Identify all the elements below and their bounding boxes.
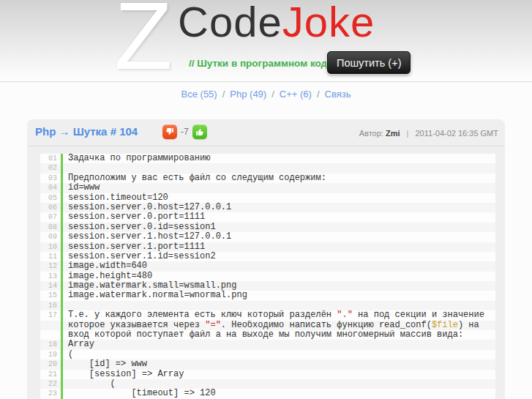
code-row: 01Задачка по программированию <box>40 154 495 163</box>
author-name: Zmi <box>386 129 400 138</box>
code-text: [id] => www <box>63 359 147 369</box>
post-meta: Автор: Zmi | 2011-04-02 16:35 GMT <box>359 129 498 138</box>
code-text: Предположим у вас есть файл со следущим … <box>63 174 326 183</box>
code-row: 11session.server.1.id=session2 <box>40 252 495 261</box>
line-number: 03 <box>40 174 63 183</box>
code-row: 21 [session] => Array <box>40 370 495 379</box>
code-text: вход которой поступает файл а на выходе … <box>63 330 463 340</box>
code-row: 19( <box>40 350 495 359</box>
code-row: 09session.server.1.host=127.0.0.1 <box>40 232 495 242</box>
nav-separator: / <box>222 89 225 100</box>
line-number: 10 <box>40 242 63 252</box>
code-text <box>63 301 68 310</box>
code-row: 05session.timeout=120 <box>40 193 495 203</box>
code-text: id=www <box>63 183 100 193</box>
line-number: 11 <box>40 252 63 261</box>
code-text: Задачка по программированию <box>63 154 210 163</box>
code-row: 15image.watermark.normal=wnormal.png <box>40 291 495 300</box>
line-number: 05 <box>40 193 63 203</box>
code-row: 20 [id] => www <box>40 359 495 369</box>
nav-link-all[interactable]: Все (55) <box>181 89 217 100</box>
code-text: которое указывается через "=". Необходим… <box>63 321 479 330</box>
code-text: session.server.1.host=127.0.0.1 <box>63 232 231 242</box>
line-number: 02 <box>40 163 63 173</box>
code-block: 01Задачка по программированию0203Предпол… <box>40 154 495 399</box>
code-text: session.server.0.port=1111 <box>63 212 205 222</box>
code-row: 18Array <box>40 340 495 349</box>
meta-separator: | <box>407 129 409 138</box>
code-row: 04id=www <box>40 183 495 193</box>
line-number: 15 <box>40 291 63 300</box>
code-text: session.server.0.host=127.0.0.1 <box>63 203 231 212</box>
site-header: Z CodeJoke // Шутки в программном коде П… <box>0 0 532 82</box>
code-text: session.server.0.id=session1 <box>63 223 216 232</box>
post-header: Php → Шутка # 104 -7 Автор: Zmi | 2011-0… <box>27 119 505 146</box>
code-row: 06session.server.0.host=127.0.0.1 <box>40 203 495 212</box>
code-text: [timeout] => 120 <box>63 389 216 398</box>
line-number: 17 <box>40 310 63 320</box>
line-number: 14 <box>40 281 63 291</box>
post-card: Php → Шутка # 104 -7 Автор: Zmi | 2011-0… <box>27 119 505 399</box>
nav-link-contact[interactable]: Связь <box>325 89 351 100</box>
category-nav: Все (55)/Php (49)/C++ (6)/Связь <box>0 89 532 100</box>
code-text: ( <box>63 379 116 389</box>
header-divider <box>27 146 505 146</box>
line-number <box>40 330 63 340</box>
nav-link-cpp[interactable]: C++ (6) <box>280 89 312 100</box>
code-text: Т.е. у каждого элемента есть ключ которы… <box>63 310 484 320</box>
line-number <box>40 321 63 330</box>
logo-code-text: Code <box>178 0 282 45</box>
code-text: ( <box>63 350 73 359</box>
code-text: Array <box>63 340 94 349</box>
line-number: 12 <box>40 261 63 271</box>
line-number: 21 <box>40 370 63 379</box>
code-row: 13image.height=480 <box>40 272 495 281</box>
post-date: 2011-04-02 16:35 GMT <box>415 129 498 138</box>
code-text: image.watermark.normal=wnormal.png <box>63 291 247 300</box>
line-number: 20 <box>40 359 63 369</box>
site-logo: CodeJoke <box>178 0 375 45</box>
nav-separator: / <box>271 89 274 100</box>
site-tagline: // Шутки в программном коде <box>189 58 333 69</box>
code-row: 12image.width=640 <box>40 261 495 271</box>
line-number: 22 <box>40 379 63 389</box>
code-text: image.watermark.small=wsmall.png <box>63 281 236 291</box>
line-number: 08 <box>40 223 63 232</box>
post-title[interactable]: Php → Шутка # 104 <box>35 125 138 138</box>
code-row: 10session.server.1.port=1111 <box>40 242 495 252</box>
code-row: 08session.server.0.id=session1 <box>40 223 495 232</box>
code-text: session.server.1.port=1111 <box>63 242 205 252</box>
code-row: 16 <box>40 301 495 310</box>
code-text: [session] => Array <box>63 370 184 379</box>
line-number: 07 <box>40 212 63 222</box>
code-row: 17Т.е. у каждого элемента есть ключ кото… <box>40 310 495 320</box>
code-row: 02 <box>40 163 495 173</box>
code-row: 22 ( <box>40 379 495 389</box>
code-row: вход которой поступает файл а на выходе … <box>40 330 495 340</box>
line-number: 18 <box>40 340 63 349</box>
code-row: 07session.server.0.port=1111 <box>40 212 495 222</box>
vote-count: -7 <box>181 127 189 137</box>
code-row: 03Предположим у вас есть файл со следущи… <box>40 174 495 183</box>
thumbs-up-icon[interactable] <box>192 124 207 139</box>
line-number: 01 <box>40 154 63 163</box>
add-joke-button[interactable]: Пошутить (+) <box>327 51 411 74</box>
line-number: 06 <box>40 203 63 212</box>
line-number: 13 <box>40 272 63 281</box>
nav-link-php[interactable]: Php (49) <box>230 89 266 100</box>
code-text: session.timeout=120 <box>63 193 168 203</box>
line-number: 04 <box>40 183 63 193</box>
author-label: Автор: <box>359 129 383 138</box>
code-row: 14image.watermark.small=wsmall.png <box>40 281 495 291</box>
line-number: 19 <box>40 350 63 359</box>
nav-separator: / <box>317 89 320 100</box>
thumbs-down-icon[interactable] <box>162 124 177 139</box>
code-text <box>63 163 68 173</box>
code-text: session.server.1.id=session2 <box>63 252 216 261</box>
vote-controls: -7 <box>162 124 207 140</box>
code-text: image.width=640 <box>63 261 147 271</box>
logo-z-watermark: Z <box>114 0 172 83</box>
code-text: image.height=480 <box>63 272 152 281</box>
logo-joke-text: Joke <box>282 0 375 45</box>
page: Z CodeJoke // Шутки в программном коде П… <box>0 0 532 399</box>
